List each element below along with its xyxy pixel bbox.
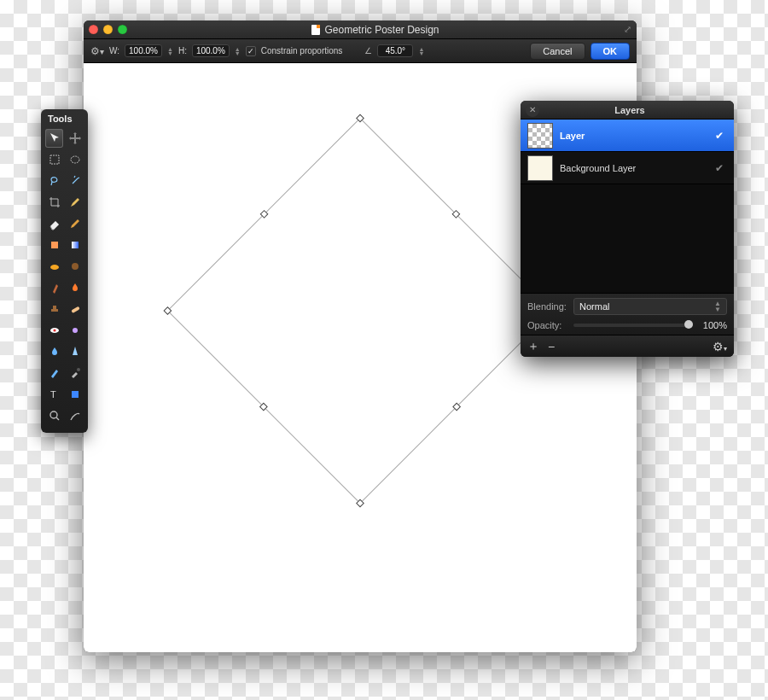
handle-s[interactable] <box>259 402 268 411</box>
ok-button[interactable]: OK <box>591 43 631 60</box>
visibility-checkbox[interactable]: ✔ <box>715 130 727 142</box>
constrain-checkbox[interactable]: ✓ <box>246 46 256 56</box>
svg-point-1 <box>71 156 79 163</box>
layer-thumbnail <box>527 123 553 149</box>
gear-icon[interactable]: ⚙▾ <box>90 45 104 57</box>
close-window-button[interactable] <box>89 25 98 34</box>
height-stepper[interactable]: ▲▼ <box>235 47 241 55</box>
window-title-area: Geometric Poster Design <box>132 24 619 36</box>
close-panel-icon[interactable]: ✕ <box>526 103 539 117</box>
blending-select[interactable]: Normal ▲▼ <box>573 298 727 315</box>
svg-rect-0 <box>50 155 59 164</box>
blur-tool[interactable] <box>45 342 63 361</box>
fullscreen-icon[interactable]: ⤢ <box>624 24 631 35</box>
pen-tool[interactable] <box>45 364 63 382</box>
handle-n[interactable] <box>451 210 460 219</box>
width-stepper[interactable]: ▲▼ <box>167 47 173 55</box>
transform-toolbar: ⚙▾ W: 100.0% ▲▼ H: 100.0% ▲▼ ✓ Constrain… <box>84 39 637 63</box>
transform-tool[interactable] <box>66 129 84 148</box>
svg-point-13 <box>50 411 57 418</box>
svg-point-9 <box>73 328 78 333</box>
zoom-tool[interactable] <box>45 406 63 425</box>
gradient-tool[interactable] <box>66 236 84 254</box>
handle-se[interactable] <box>356 499 364 507</box>
titlebar[interactable]: Geometric Poster Design ⤢ <box>84 20 637 39</box>
svg-point-8 <box>53 329 55 331</box>
burn-tool[interactable] <box>66 278 84 297</box>
angle-stepper[interactable]: ▲▼ <box>418 47 424 55</box>
angle-field[interactable]: 45.0° <box>377 44 413 57</box>
selection-bounding-box[interactable] <box>167 118 554 505</box>
layer-row[interactable]: Background Layer ✔ <box>521 152 734 184</box>
chevron-updown-icon: ▲▼ <box>714 300 721 312</box>
traffic-lights <box>89 25 127 34</box>
svg-rect-2 <box>51 242 58 248</box>
handle-sw[interactable] <box>163 306 172 315</box>
layer-name[interactable]: Layer <box>560 131 708 141</box>
opacity-value: 100% <box>698 320 727 330</box>
marquee-tool[interactable] <box>45 150 63 169</box>
svg-rect-6 <box>71 306 80 313</box>
svg-text:T: T <box>50 389 56 400</box>
handle-nw[interactable] <box>356 114 364 122</box>
hand-tool[interactable] <box>66 406 84 425</box>
svg-point-10 <box>77 368 80 371</box>
move-tool[interactable] <box>45 129 63 148</box>
ellipse-select-tool[interactable] <box>66 150 84 169</box>
svg-point-5 <box>72 263 79 270</box>
clone-tool[interactable] <box>45 278 63 297</box>
minimize-window-button[interactable] <box>103 25 113 34</box>
shape-tool[interactable] <box>66 385 84 404</box>
constrain-label: Constrain proportions <box>261 46 343 55</box>
width-field[interactable]: 100.0% <box>125 44 162 57</box>
visibility-checkbox[interactable]: ✔ <box>715 162 727 174</box>
opacity-slider[interactable] <box>573 324 693 327</box>
fill-tool[interactable] <box>45 236 63 254</box>
eyedropper-tool[interactable] <box>66 364 84 382</box>
layer-name[interactable]: Background Layer <box>560 163 708 173</box>
eraser-tool[interactable] <box>45 214 63 233</box>
text-tool[interactable]: T <box>45 385 63 404</box>
pencil-tool[interactable] <box>66 214 84 233</box>
cancel-button[interactable]: Cancel <box>530 43 585 60</box>
sponge-tool[interactable] <box>66 257 84 276</box>
layers-panel-title: Layers <box>544 105 715 115</box>
handle-e[interactable] <box>452 402 461 411</box>
dodge-tool[interactable] <box>66 321 84 340</box>
crop-tool[interactable] <box>45 193 63 212</box>
height-label: H: <box>178 46 187 55</box>
heal-tool[interactable] <box>66 300 84 318</box>
red-eye-tool[interactable] <box>45 321 63 340</box>
layers-footer: ＋ − ⚙▾ <box>521 335 734 357</box>
layer-options-gear-icon[interactable]: ⚙▾ <box>713 340 727 353</box>
tools-panel[interactable]: Tools T <box>41 109 88 433</box>
remove-layer-icon[interactable]: − <box>548 340 555 353</box>
layers-list-empty-area[interactable] <box>521 184 734 293</box>
svg-rect-12 <box>72 391 79 398</box>
sharpen-tool[interactable] <box>66 342 84 361</box>
layers-panel[interactable]: ✕ Layers Layer ✔ Background Layer ✔ Blen… <box>521 101 734 357</box>
magic-wand-tool[interactable] <box>66 172 84 190</box>
svg-point-4 <box>50 265 59 270</box>
paintbrush-tool[interactable] <box>66 193 84 212</box>
smudge-tool[interactable] <box>45 257 63 276</box>
opacity-slider-thumb[interactable] <box>684 320 693 329</box>
svg-rect-3 <box>72 242 79 248</box>
blending-value: Normal <box>579 301 609 312</box>
lasso-tool[interactable] <box>45 172 63 190</box>
handle-w[interactable] <box>260 210 269 219</box>
height-field[interactable]: 100.0% <box>192 44 230 57</box>
layers-panel-header[interactable]: ✕ Layers <box>521 101 734 120</box>
stamp-tool[interactable] <box>45 300 63 318</box>
layer-thumbnail <box>527 155 553 181</box>
window-title: Geometric Poster Design <box>324 24 439 36</box>
add-layer-icon[interactable]: ＋ <box>527 339 539 354</box>
layer-row[interactable]: Layer ✔ <box>521 120 734 152</box>
tools-panel-title: Tools <box>41 109 88 126</box>
layers-controls: Blending: Normal ▲▼ Opacity: 100% <box>521 293 734 335</box>
opacity-label: Opacity: <box>527 320 568 330</box>
width-label: W: <box>109 46 119 55</box>
angle-icon: ∠ <box>364 46 372 55</box>
zoom-window-button[interactable] <box>118 25 127 34</box>
blending-label: Blending: <box>527 301 568 312</box>
